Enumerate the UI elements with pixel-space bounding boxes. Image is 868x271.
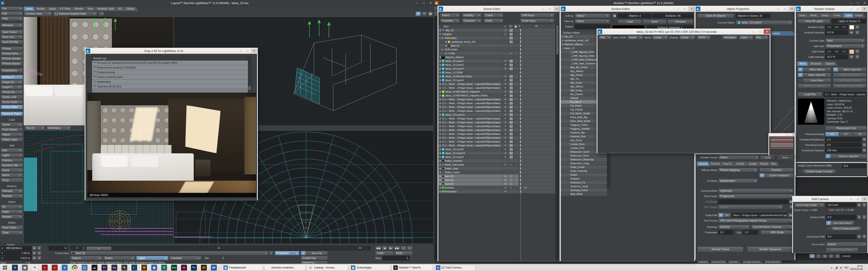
auto-key-toggle[interactable]: Auto Key <box>301 251 328 256</box>
close-button[interactable] <box>553 6 560 11</box>
keyframe-track[interactable] <box>519 32 555 36</box>
scene-item-row[interactable]: ⊕Sky_01✔ <box>438 29 555 32</box>
visibility-check[interactable]: ✔ <box>502 163 508 166</box>
scene-item-row[interactable]: ⊕Vilagitas✔ <box>438 32 555 36</box>
sidebar-item-lights[interactable]: Lights <box>0 153 23 158</box>
close-button[interactable] <box>861 6 868 11</box>
delete-key-button[interactable]: Delete Key <box>301 261 328 264</box>
visibility-mode[interactable] <box>508 98 514 101</box>
keyframe-track[interactable] <box>519 67 555 70</box>
visibility-check[interactable]: ✔ <box>502 186 508 190</box>
message-log-titlebar[interactable] <box>769 133 795 136</box>
scene-scrollbar[interactable] <box>555 24 559 261</box>
maximize-button[interactable] <box>789 133 792 136</box>
create-key-button[interactable]: Create Key <box>301 256 328 260</box>
tab-fx-tools[interactable]: FX Tools <box>58 6 74 11</box>
step-field[interactable]: 1 <box>382 256 410 260</box>
keyframe-track[interactable] <box>519 128 555 132</box>
tab-came[interactable]: Came... <box>832 13 845 18</box>
go-end-button[interactable]: ▶▶ <box>394 246 400 250</box>
angle-xz[interactable]: XZ <box>853 132 867 136</box>
visibility-check[interactable]: ✔ <box>502 121 508 124</box>
dof-target-select[interactable]: (None) <box>718 205 783 209</box>
pinned-app-icon[interactable]: A <box>10 265 20 271</box>
menu-edit[interactable]: Edit <box>0 11 23 16</box>
ambient-intensity-field[interactable]: 0.0 % <box>825 30 848 35</box>
taskbar-window-task[interactable]: ▥Feladatkezelő <box>222 265 263 271</box>
visibility-mode[interactable]: • <box>508 178 514 182</box>
modeler-catmull-clark[interactable]: Catmull-Clark <box>710 260 727 264</box>
thumbnail-zoom-field[interactable]: 0.5 <box>825 143 862 147</box>
image-viewer-titlebar[interactable]: lakas_02.lws Fr:0001 Lyr:15 (750 x 500 1… <box>597 29 770 35</box>
sidebar-item-save-scene-as[interactable]: Save Scene As^S <box>0 35 23 39</box>
menu-help[interactable]: Help <box>0 16 23 21</box>
maximize-button[interactable] <box>782 6 788 11</box>
scene-item-row[interactable]: ⊕Panorama✔ <box>438 190 555 194</box>
tray-overflow-icon[interactable] <box>830 266 833 269</box>
viewport-extra-select[interactable] <box>98 11 104 16</box>
display-mode-select[interactable]: Linear <box>679 35 695 40</box>
maximize-button[interactable] <box>547 6 553 11</box>
visibility-mode[interactable] <box>508 113 514 116</box>
kray-log-scrollbar[interactable] <box>248 56 251 91</box>
visibility-check[interactable] <box>502 44 508 47</box>
hshift-stepper[interactable] <box>857 234 861 239</box>
scene-item-row[interactable]: ⊕lakas_13:INSTANCE_Falpanel_Plafon✔ <box>438 94 555 98</box>
keyframe-track[interactable] <box>519 94 555 97</box>
position-x-field[interactable]: 999.9826mm <box>4 246 32 250</box>
visibility-check[interactable]: ✔ <box>502 105 508 109</box>
visibility-check[interactable]: ✔ <box>502 190 508 193</box>
visibility-mode[interactable] <box>508 109 514 113</box>
item-tab-cameras[interactable]: Cameras+C <box>169 256 202 260</box>
photometric-info-button[interactable]: Photometric Info <box>825 126 867 131</box>
frame-field[interactable]: 0 <box>49 246 68 250</box>
keyframe-track[interactable] <box>519 105 555 109</box>
tab-photons[interactable]: Photons <box>709 162 723 166</box>
scene-item-row[interactable]: ⊕C:\--- Work ---\Polgar Istvan - Lakas\l… <box>438 86 555 90</box>
ambient-intensity-stepper[interactable] <box>849 30 854 35</box>
tab-misc[interactable]: Misc <box>770 162 780 166</box>
y-envelope-button[interactable]: E <box>37 251 41 256</box>
object-properties-titlebar[interactable]: Object Properties <box>695 6 795 12</box>
pitch-compensation-toggle[interactable]: Pitch Compensation? <box>826 226 861 231</box>
scene-item-row[interactable]: ⊕Ablak_Haloszoba✔• <box>438 163 555 167</box>
mode-value-field[interactable]: (none) <box>841 254 868 258</box>
file-format-select[interactable]: JPG Joint Photographic experts Group <box>718 218 794 223</box>
scene-item-row[interactable]: ▼⊕Plafonspot <box>438 36 555 40</box>
start-button[interactable] <box>0 264 10 271</box>
visibility-mode[interactable]: • <box>508 52 514 55</box>
keyframe-track[interactable] <box>519 71 555 74</box>
item-info-button[interactable]: i <box>269 251 273 256</box>
visibility-check[interactable]: ✔ <box>502 136 508 140</box>
visibility-mode[interactable] <box>508 82 514 86</box>
sidebar-item-camera[interactable]: Camera <box>0 158 23 163</box>
item-tab-lights[interactable]: Lights+L <box>136 256 168 260</box>
load-ies-button[interactable]: Load File <box>798 92 822 97</box>
scene-item-row[interactable]: ⊕C:\--- Work ---\Polgar Istvan - Lakas\l… <box>438 144 555 147</box>
angle-yz[interactable]: YZ <box>825 132 839 136</box>
keyframe-track[interactable] <box>519 121 555 124</box>
tab-rend[interactable]: Rend... <box>809 13 822 18</box>
keyframe-track[interactable] <box>519 48 555 51</box>
visibility-mode[interactable] <box>508 128 514 132</box>
current-object-select[interactable]: lakas_13:Layer5 <box>736 20 793 25</box>
sidebar-item-clone[interactable]: Clone <box>0 168 23 173</box>
scene-item-row[interactable]: ⊕Spot (3)✔• <box>438 178 555 182</box>
angle-xy[interactable]: XY <box>839 132 853 136</box>
visibility-mode[interactable] <box>508 140 514 143</box>
minimize-button[interactable] <box>675 6 681 11</box>
minimize-button[interactable] <box>848 1 855 5</box>
surface-row[interactable]: Padlo_Furdo <box>561 165 607 169</box>
visibility-mode[interactable]: • <box>508 182 514 185</box>
sidebar-item-object[interactable]: Object+ <box>0 132 23 137</box>
sidebar-item-virtual-studio[interactable]: Virtual Studio <box>0 90 23 94</box>
current-light-select[interactable]: Spot <box>825 38 865 43</box>
focal-stepper[interactable] <box>857 203 861 207</box>
sidebar-item-scene-editor[interactable]: Scene Editor <box>0 100 23 104</box>
scene-item-row[interactable]: ⊕lakas_13:INSTANCE_Falpanel✔ <box>438 90 555 94</box>
scene-item-row[interactable]: ⊕C:\--- Work ---\Polgar Istvan - Lakas\l… <box>438 105 555 109</box>
position-y-field[interactable]: 2.59 m <box>4 251 32 256</box>
minimize-button[interactable] <box>848 197 855 201</box>
taskbar-window-pdf[interactable]: ACatalog - Arrowa... <box>307 265 348 271</box>
keyframe-track[interactable] <box>519 63 555 67</box>
